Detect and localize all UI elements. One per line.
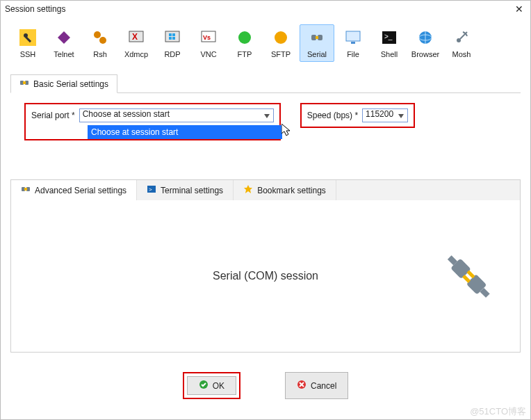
terminal-small-icon: > [147, 184, 156, 196]
ok-highlight: OK [183, 372, 240, 399]
svg-point-4 [94, 31, 101, 38]
svg-point-15 [238, 31, 251, 44]
svg-rect-18 [318, 35, 322, 40]
windows-icon [164, 29, 181, 46]
diamond-icon [56, 29, 72, 46]
cursor-icon [281, 124, 293, 136]
type-label: Shell [381, 50, 398, 58]
chevron-down-icon [396, 111, 406, 121]
serial-port-dropdown: Choose at session start [88, 125, 282, 139]
dialog-buttons: OK Cancel [1, 372, 530, 399]
type-label: Mosh [452, 50, 471, 58]
globe-green-icon [236, 29, 253, 46]
svg-rect-8 [165, 31, 179, 42]
svg-rect-36 [24, 188, 27, 191]
serial-port-label: Serial port * [31, 111, 75, 120]
type-ssh[interactable]: SSH [10, 24, 45, 62]
svg-marker-39 [244, 185, 252, 193]
type-rsh[interactable]: Rsh [83, 24, 117, 62]
title-bar: Session settings ✕ [1, 1, 530, 17]
star-icon [243, 184, 253, 196]
speed-value: 115200 [366, 109, 393, 119]
gears-icon [92, 29, 108, 46]
speed-label: Speed (bps) * [307, 111, 358, 120]
type-label: SSH [20, 50, 36, 58]
ok-label: OK [213, 381, 224, 391]
svg-point-5 [99, 37, 106, 44]
svg-text:>: > [149, 186, 152, 193]
svg-rect-17 [311, 35, 316, 40]
cancel-button[interactable]: Cancel [285, 372, 348, 399]
type-label: Xdmcp [124, 50, 148, 58]
plug-large-icon [438, 245, 500, 309]
type-rdp[interactable]: RDP [155, 24, 190, 62]
svg-rect-11 [169, 37, 172, 40]
session-heading: Serial (COM) session [213, 270, 318, 282]
speed-group: Speed (bps) * 115200 [300, 103, 415, 128]
key-icon [19, 29, 36, 46]
svg-rect-10 [172, 33, 175, 36]
vnc-icon: Vs [200, 29, 217, 46]
type-xdmcp[interactable]: X Xdmcp [119, 24, 154, 62]
svg-rect-12 [172, 37, 175, 40]
type-label: FTP [238, 50, 252, 58]
serial-port-option[interactable]: Choose at session start [88, 125, 282, 139]
svg-marker-32 [281, 124, 290, 136]
type-label: Serial [307, 50, 327, 58]
svg-rect-30 [23, 81, 26, 84]
plug-small-icon [19, 78, 29, 90]
type-ftp[interactable]: FTP [227, 24, 262, 62]
basic-settings-tab[interactable]: Basic Serial settings [10, 74, 117, 93]
sub-tabs: Advanced Serial settings > Terminal sett… [11, 180, 520, 200]
type-vnc[interactable]: Vs VNC [191, 24, 226, 62]
type-serial[interactable]: Serial [300, 24, 334, 62]
basic-settings-section: Basic Serial settings Serial port * Choo… [10, 74, 521, 172]
session-type-row: SSH Telnet Rsh X Xdmcp RDP Vs VNC FTP SF… [1, 17, 530, 62]
svg-text:X: X [132, 32, 138, 42]
monitor-file-icon [345, 29, 361, 46]
svg-rect-19 [316, 36, 318, 39]
globe-blue-icon [417, 29, 434, 46]
content-area: Serial (COM) session [11, 200, 520, 352]
tab-label: Terminal settings [161, 186, 223, 195]
close-circle-icon [297, 380, 307, 391]
terminal-icon: >_ [381, 29, 398, 46]
type-sftp[interactable]: SFTP [263, 24, 298, 62]
svg-text:>_: >_ [384, 33, 393, 40]
svg-text:Vs: Vs [203, 34, 211, 41]
globe-orange-icon [272, 29, 289, 46]
check-circle-icon [199, 380, 209, 391]
window-title: Session settings [5, 4, 65, 14]
plug-icon [309, 29, 325, 46]
basic-tab-label: Basic Serial settings [33, 79, 108, 89]
speed-combo[interactable]: 115200 [362, 108, 408, 122]
type-file[interactable]: File [336, 24, 370, 62]
type-shell[interactable]: >_ Shell [372, 24, 407, 62]
svg-rect-45 [462, 275, 471, 283]
svg-marker-33 [398, 114, 404, 118]
type-label: VNC [200, 50, 216, 58]
sub-settings-section: Advanced Serial settings > Terminal sett… [10, 179, 521, 353]
tab-label: Advanced Serial settings [35, 186, 126, 195]
svg-point-16 [275, 31, 287, 44]
watermark: @51CTO博客 [470, 405, 526, 418]
svg-rect-9 [169, 33, 172, 36]
type-browser[interactable]: Browser [408, 24, 443, 62]
tab-terminal-settings[interactable]: > Terminal settings [137, 180, 234, 200]
type-label: Rsh [93, 50, 107, 58]
x-icon: X [128, 29, 145, 46]
ok-button[interactable]: OK [187, 376, 236, 395]
type-label: RDP [164, 50, 180, 58]
serial-port-combo[interactable]: Choose at session start [79, 108, 274, 122]
chevron-down-icon [262, 111, 272, 121]
type-label: File [347, 50, 359, 58]
svg-marker-31 [264, 114, 270, 118]
type-telnet[interactable]: Telnet [47, 24, 81, 62]
tab-label: Bookmark settings [257, 186, 326, 195]
tab-advanced-serial[interactable]: Advanced Serial settings [11, 180, 137, 200]
type-mosh[interactable]: Mosh [444, 24, 479, 62]
type-label: Telnet [54, 50, 74, 58]
close-icon[interactable]: ✕ [512, 3, 526, 15]
svg-rect-44 [466, 270, 475, 279]
tab-bookmark-settings[interactable]: Bookmark settings [234, 180, 336, 200]
